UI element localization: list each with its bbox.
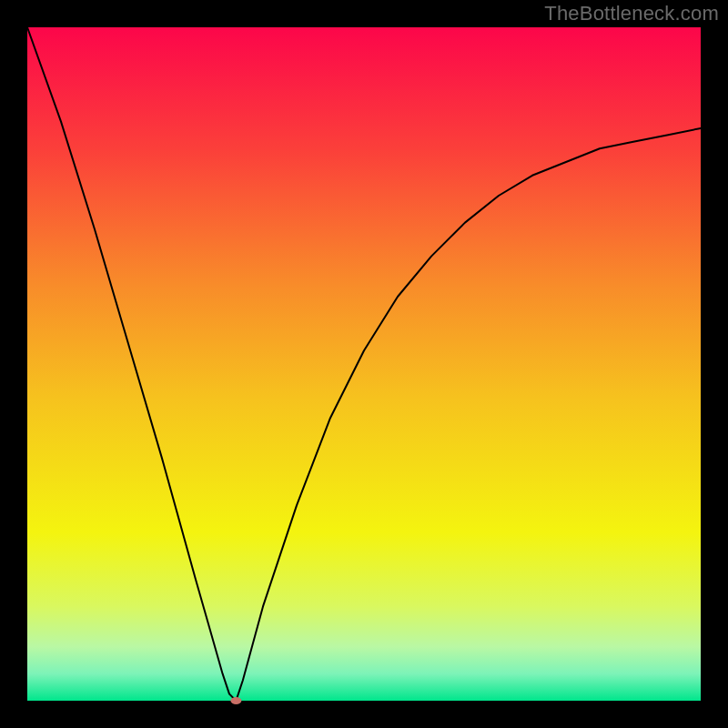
plot-background [27, 27, 701, 701]
watermark-text: TheBottleneck.com [544, 2, 719, 25]
marker-optimal-point [230, 697, 241, 704]
chart-frame: TheBottleneck.com [0, 0, 728, 728]
chart-svg [0, 0, 728, 728]
